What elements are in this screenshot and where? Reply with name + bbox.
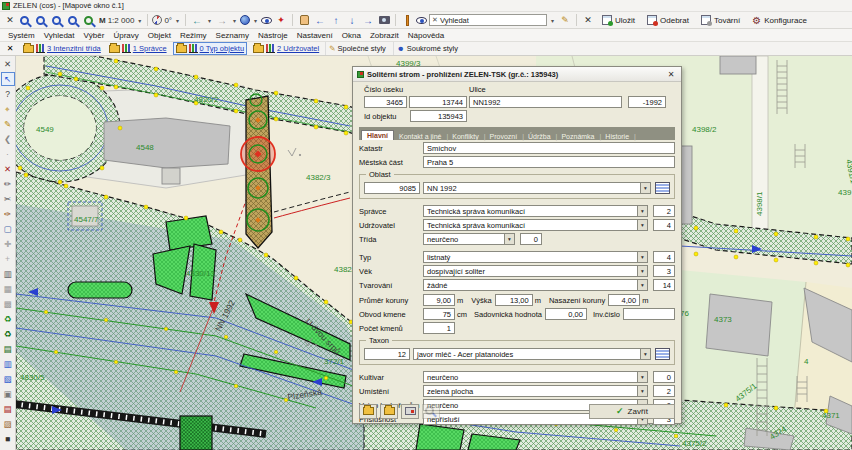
tab-konflikty[interactable]: Konflikty xyxy=(450,133,487,140)
sketch-icon[interactable]: ✎ xyxy=(1,117,15,131)
search-dropdown-icon[interactable]: ▾ xyxy=(549,17,556,24)
tvarovani-dropdown-icon[interactable]: ▾ xyxy=(637,280,647,290)
vek-dropdown-icon[interactable]: ▾ xyxy=(637,266,647,276)
umisteni-combo[interactable]: zelená plocha▾ xyxy=(423,385,648,397)
oblast-code-field[interactable]: 9085 xyxy=(364,182,420,194)
rotation-dropdown-icon[interactable]: ▾ xyxy=(174,17,181,24)
tab-provozni[interactable]: Provozní xyxy=(488,133,526,140)
zoom-out-icon[interactable] xyxy=(35,13,49,27)
filter-manager[interactable]: 1 Správce xyxy=(107,42,169,55)
menu-modes[interactable]: Režimy xyxy=(180,31,207,40)
taxon-code-field[interactable]: 12 xyxy=(364,348,410,360)
typ-num[interactable]: 4 xyxy=(653,251,675,263)
refresh-green-icon[interactable]: ♻ xyxy=(1,312,15,326)
vyska-field[interactable]: 13,00 xyxy=(495,294,533,306)
picker-icon[interactable]: ✑ xyxy=(1,207,15,221)
oblast-dropdown-icon[interactable]: ▾ xyxy=(640,183,650,193)
sadovnicka-field[interactable]: 0,00 xyxy=(545,308,587,320)
typ-combo[interactable]: listnatý▾ xyxy=(423,251,648,263)
menu-object[interactable]: Objekt xyxy=(148,31,171,40)
select-area-icon[interactable]: ▢ xyxy=(1,222,15,236)
refresh-dark-icon[interactable]: ♻ xyxy=(1,327,15,341)
taxon-combo[interactable]: javor mléč - Acer platanoides▾ xyxy=(413,348,651,360)
spravce-dropdown-icon[interactable]: ▾ xyxy=(637,206,647,216)
ulice-extra-field[interactable]: -1992 xyxy=(628,96,666,108)
erase-icon[interactable]: ✕ xyxy=(1,162,15,176)
catalog-icon[interactable]: ▧ xyxy=(1,372,15,386)
tab-poznamka[interactable]: Poznámka xyxy=(559,133,603,140)
typ-dropdown-icon[interactable]: ▾ xyxy=(637,252,647,262)
udrzovatel-combo[interactable]: Technická správa komunikací▾ xyxy=(423,219,648,231)
filter-intensity-class[interactable]: 3 Intenzitní třída xyxy=(21,42,103,55)
inv-field[interactable] xyxy=(623,308,675,320)
menu-tools[interactable]: Nástroje xyxy=(258,31,288,40)
umisteni-dropdown-icon[interactable]: ▾ xyxy=(637,386,647,396)
archive-icon[interactable]: ▨ xyxy=(1,417,15,431)
vek-num[interactable]: 3 xyxy=(653,265,675,277)
add-point-icon[interactable]: + xyxy=(1,252,15,266)
obvod-field[interactable]: 75 xyxy=(423,308,455,320)
filter-object-type[interactable]: 0 Typ objektu xyxy=(173,42,247,55)
trida-dropdown-icon[interactable]: ▾ xyxy=(504,234,514,244)
mestska-cast-field[interactable]: Praha 5 xyxy=(423,156,675,168)
configuration-button[interactable]: ⚙Konfigurace xyxy=(747,13,812,27)
save-folder-button[interactable] xyxy=(380,404,398,419)
menu-search[interactable]: Vyhledat xyxy=(44,31,75,40)
pan-down-icon[interactable]: ↓ xyxy=(345,13,359,27)
toolbar-close-icon[interactable]: ✕ xyxy=(3,13,17,27)
menu-system[interactable]: Systém xyxy=(8,31,35,40)
kultivar-num[interactable]: 0 xyxy=(653,371,675,383)
search-clear-icon[interactable]: ✕ xyxy=(432,16,438,24)
close-dialog-button[interactable]: ✓ Zavřít xyxy=(589,404,675,419)
vek-combo[interactable]: dospívající soliter▾ xyxy=(423,265,648,277)
dialog-titlebar[interactable]: Solitérní strom - prohlížení ZELEN-TSK (… xyxy=(353,67,681,82)
trida-combo[interactable]: neurčeno▾ xyxy=(423,233,515,245)
search-box[interactable]: ✕ Vyhledat xyxy=(429,14,547,26)
tab-historie[interactable]: Historie xyxy=(603,133,638,140)
print-button[interactable] xyxy=(401,404,419,419)
pencil-icon[interactable]: ✏ xyxy=(1,177,15,191)
select-cursor-icon[interactable]: ↖ xyxy=(1,72,15,86)
menu-windows[interactable]: Okna xyxy=(342,31,361,40)
pan-left-icon[interactable]: ← xyxy=(313,13,327,27)
copy-icon[interactable]: ▣ xyxy=(1,387,15,401)
close-icon[interactable]: ✕ xyxy=(1,57,15,71)
tab-kontakt[interactable]: Kontakt a jiné xyxy=(397,133,450,140)
spravce-combo[interactable]: Technická správa komunikací▾ xyxy=(423,205,648,217)
zoom-previous-icon[interactable] xyxy=(67,13,81,27)
spravce-num[interactable]: 2 xyxy=(653,205,675,217)
menu-lists[interactable]: Seznamy xyxy=(216,31,249,40)
nasazeni-field[interactable]: 4,00 xyxy=(608,294,640,306)
menu-view[interactable]: Zobrazit xyxy=(370,31,399,40)
useku-field-1[interactable]: 3465 xyxy=(364,96,407,108)
layers-eye-icon[interactable] xyxy=(416,17,427,24)
styles-close-icon[interactable]: ✕ xyxy=(581,13,595,27)
factory-button[interactable]: Tovární xyxy=(696,13,745,27)
udrzovatel-num[interactable]: 4 xyxy=(653,219,675,231)
oblast-list-button[interactable] xyxy=(655,182,670,194)
tab-hlavni[interactable]: Hlavní xyxy=(361,130,394,140)
view-back-icon[interactable]: ← xyxy=(190,13,204,27)
zoom-in-icon[interactable] xyxy=(19,13,33,27)
zoom-edit-icon[interactable]: ⌖ xyxy=(1,102,15,116)
menu-help[interactable]: Nápověda xyxy=(408,31,444,40)
filter-maintainer[interactable]: 2 Udržovatel xyxy=(251,42,321,55)
remove-button[interactable]: Odebrat xyxy=(642,13,694,27)
taxon-dropdown-icon[interactable]: ▾ xyxy=(640,349,650,359)
id-field[interactable]: 135943 xyxy=(410,110,467,122)
search-edit-icon[interactable]: ✎ xyxy=(558,13,572,27)
report-icon[interactable]: ▤ xyxy=(1,402,15,416)
highlight-icon[interactable]: ✦ xyxy=(274,13,288,27)
trida-num[interactable]: 0 xyxy=(520,233,542,245)
rotation-icon[interactable] xyxy=(152,15,162,25)
scissors-icon[interactable]: ✂ xyxy=(1,192,15,206)
udrzovatel-dropdown-icon[interactable]: ▾ xyxy=(637,220,647,230)
overview-dropdown-icon[interactable]: ▾ xyxy=(252,17,259,24)
tiles-icon[interactable]: ▦ xyxy=(1,282,15,296)
ulice-field[interactable]: NN1992 xyxy=(469,96,622,108)
move-icon[interactable]: ✚ xyxy=(1,237,15,251)
open-folder-button[interactable] xyxy=(359,404,377,419)
rotation-value[interactable]: 0° xyxy=(164,16,172,25)
tvarovani-combo[interactable]: žádné▾ xyxy=(423,279,648,291)
stylebar-close-icon[interactable]: ✕ xyxy=(3,42,17,56)
